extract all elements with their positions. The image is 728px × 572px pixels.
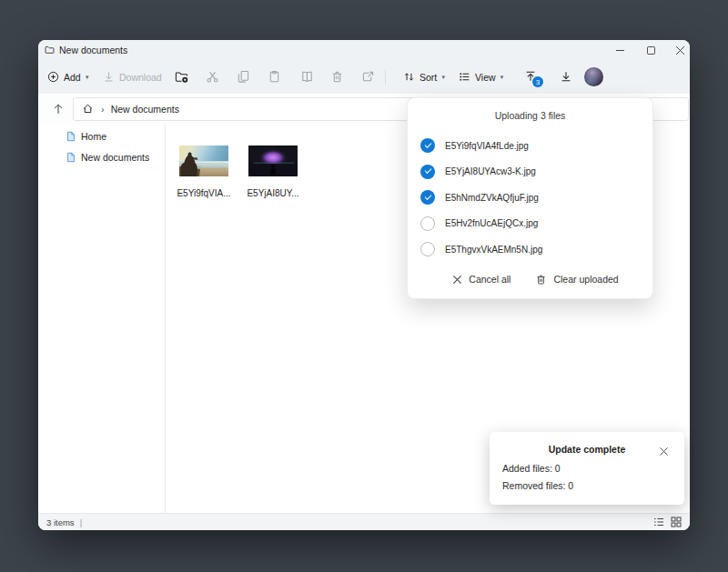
sort-icon [403, 71, 415, 83]
add-caret-icon: ▼ [85, 75, 90, 80]
file-thumbnail [248, 146, 298, 176]
copy-button[interactable] [234, 67, 252, 85]
book-button[interactable] [298, 67, 316, 85]
toast-removed-files: Removed files: 0 [502, 480, 672, 491]
file-tile[interactable]: E5Yi9fqVIA... [169, 146, 238, 198]
sidebar-item-label: New documents [81, 152, 149, 163]
sidebar-item-home[interactable]: Home [38, 125, 165, 146]
check-circle-icon [420, 165, 435, 179]
home-icon [82, 103, 94, 115]
upload-item-name: E5YjAI8UYAcw3-K.jpg [445, 166, 536, 176]
new-folder-icon [175, 70, 188, 84]
file-thumbnail [179, 146, 228, 176]
file-name: E5Yi9fqVIA... [177, 188, 230, 198]
upload-item-name: E5Yi9fqVIA4fLde.jpg [445, 141, 529, 151]
copy-icon [237, 70, 250, 84]
download-button[interactable]: Download [103, 60, 162, 94]
sort-caret-icon: ▼ [440, 75, 446, 80]
breadcrumb-chevron-icon: › [101, 104, 105, 115]
upload-item-name: E5Hv2fnUcAEjQCx.jpg [445, 218, 538, 228]
sidebar: Home New documents [38, 124, 166, 513]
add-label: Add [64, 72, 81, 83]
upload-status-button[interactable]: 3 [521, 66, 540, 86]
check-circle-icon [420, 190, 435, 205]
toolbar-separator [385, 69, 386, 85]
view-caret-icon: ▼ [500, 75, 505, 80]
upload-item[interactable]: E5YjAI8UYAcw3-K.jpg [408, 159, 652, 186]
upload-item[interactable]: E5hNmdZVkAQfjuF.jpg [408, 185, 652, 211]
toast-title: Update complete [502, 444, 659, 455]
trash-icon [330, 70, 344, 84]
sort-label: Sort [420, 72, 437, 83]
toast-close-button[interactable] [659, 444, 672, 457]
file-name: E5YjAI8UY... [247, 188, 298, 198]
thumbnails-view-icon[interactable] [671, 517, 682, 527]
cancel-x-icon [452, 275, 462, 285]
titlebar: New documents [38, 40, 690, 60]
user-avatar[interactable] [584, 67, 603, 86]
upload-panel: Uploading 3 files E5Yi9fqVIA4fLde.jpg E5… [407, 97, 653, 299]
file-tile[interactable]: E5YjAI8UY... [238, 146, 308, 198]
toast-notification: Update complete Added files: 0 Removed f… [490, 432, 684, 505]
upload-count-badge: 3 [532, 76, 543, 87]
download-tray-icon [560, 70, 572, 83]
close-x-icon [659, 447, 669, 457]
cancel-all-button[interactable]: Cancel all [452, 274, 511, 286]
cut-button[interactable] [203, 67, 221, 85]
download-icon [103, 71, 115, 83]
pending-circle-icon [420, 216, 435, 231]
sort-button[interactable]: Sort ▼ [403, 60, 446, 94]
sidebar-item-new-documents[interactable]: New documents [38, 146, 165, 167]
cut-icon [206, 70, 219, 84]
add-button[interactable]: Add ▼ [47, 60, 90, 94]
navigate-up-button[interactable] [46, 97, 70, 121]
statusbar-separator: | [80, 517, 82, 527]
folder-icon [45, 45, 55, 55]
view-label: View [475, 72, 496, 83]
check-circle-icon [420, 138, 435, 153]
upload-panel-title: Uploading 3 files [408, 110, 652, 121]
view-button[interactable]: View ▼ [459, 60, 505, 94]
clear-uploaded-button[interactable]: Clear uploaded [535, 274, 618, 286]
toast-added-files: Added files: 0 [502, 463, 672, 474]
new-folder-button[interactable] [172, 67, 190, 85]
statusbar: 3 items | [38, 513, 690, 530]
document-icon [66, 152, 76, 163]
toolbar: Add ▼ Download Sort [38, 60, 690, 94]
add-icon [47, 71, 59, 83]
minimize-button[interactable] [606, 40, 633, 60]
window-title: New documents [59, 45, 127, 55]
sidebar-item-label: Home [81, 131, 106, 142]
clear-uploaded-label: Clear uploaded [553, 274, 618, 285]
cancel-all-label: Cancel all [469, 274, 511, 285]
document-icon [66, 131, 76, 142]
upload-item-name: E5hNmdZVkAQfjuF.jpg [445, 193, 539, 203]
download-label: Download [119, 72, 162, 83]
upload-item[interactable]: E5Yi9fqVIA4fLde.jpg [408, 133, 652, 159]
pending-circle-icon [420, 242, 435, 256]
paste-button[interactable] [265, 67, 283, 85]
upload-item-name: E5ThgvxVkAEMn5N.jpg [445, 245, 542, 255]
upload-item[interactable]: E5Hv2fnUcAEjQCx.jpg [408, 211, 652, 237]
paste-icon [268, 70, 281, 84]
items-count: 3 items [46, 517, 75, 527]
up-arrow-icon [52, 103, 65, 115]
delete-button[interactable] [328, 67, 346, 85]
share-icon [361, 70, 375, 84]
share-button[interactable] [359, 67, 377, 85]
maximize-button[interactable] [637, 40, 664, 60]
view-icon [459, 71, 470, 83]
breadcrumb[interactable]: New documents [111, 104, 179, 115]
upload-item[interactable]: E5ThgvxVkAEMn5N.jpg [408, 236, 652, 263]
details-view-icon[interactable] [653, 517, 664, 527]
clear-trash-icon [535, 274, 547, 286]
download-status-button[interactable] [557, 67, 575, 85]
book-icon [300, 70, 314, 84]
close-button[interactable] [666, 40, 690, 60]
